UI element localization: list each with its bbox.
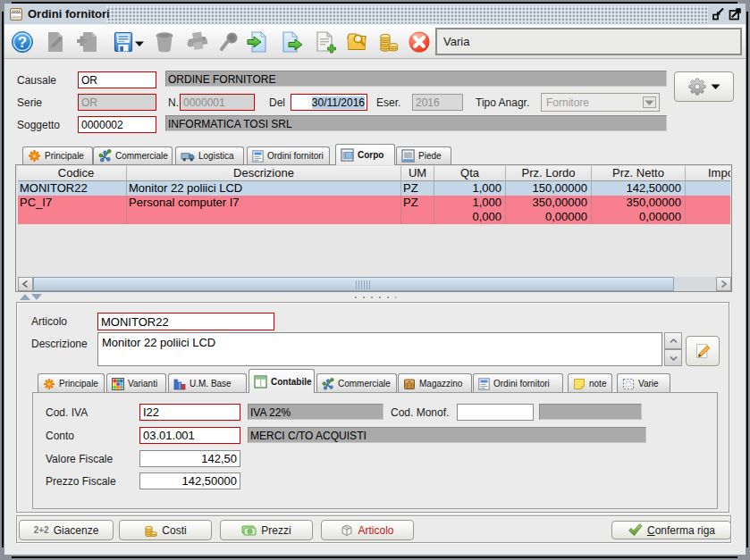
svg-text:?: ? [18, 34, 27, 51]
